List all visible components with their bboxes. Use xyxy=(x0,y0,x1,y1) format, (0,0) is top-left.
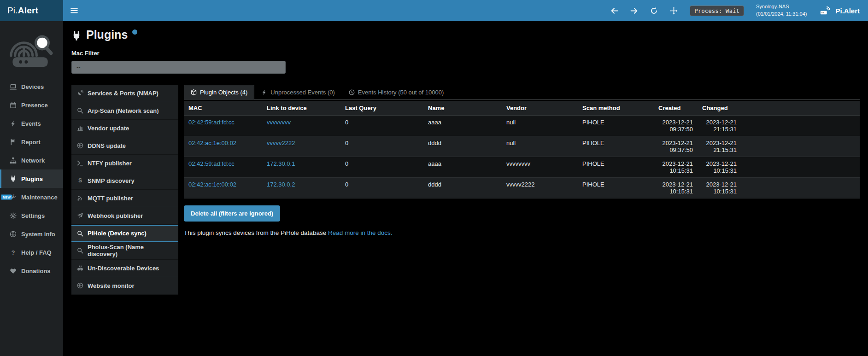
plugin-item-label: MQTT publisher xyxy=(88,195,133,202)
plugin-item-ntfy[interactable]: NTFY publisher xyxy=(71,155,178,172)
tab-events-history[interactable]: Events History (50 out of 10000) xyxy=(342,85,451,100)
sidebar-item-system-info[interactable]: System info xyxy=(0,225,63,243)
scan-method-cell: PIHOLE xyxy=(578,157,654,177)
fullscreen-button[interactable] xyxy=(670,7,678,15)
col-header-name[interactable]: Name xyxy=(423,101,502,116)
device-link[interactable]: vvvvv2222 xyxy=(267,140,295,146)
plugin-item-webhook[interactable]: Webhook publisher xyxy=(71,207,178,225)
mac-filter-label: Mac Filter xyxy=(71,50,860,57)
sidebar-toggle-button[interactable] xyxy=(63,0,85,21)
col-header-created[interactable]: Created xyxy=(654,101,698,116)
plugin-item-arp-scan[interactable]: Arp-Scan (Network scan) xyxy=(71,102,178,120)
sidebar-item-network[interactable]: Network xyxy=(0,151,63,169)
created-cell: 2023-12-21 09:37:50 xyxy=(654,136,698,157)
plugin-panel: Plugin Objects (4) Unprocessed Events (0… xyxy=(184,85,860,236)
mac-filter-input[interactable] xyxy=(71,61,286,74)
plugin-item-snmp[interactable]: SNMP discovery xyxy=(71,172,178,190)
tab-unprocessed-events[interactable]: Unprocessed Events (0) xyxy=(254,85,341,100)
plugin-item-undiscoverable[interactable]: Un-Discoverable Devices xyxy=(71,260,178,277)
plugin-item-ddns-update[interactable]: DDNS update xyxy=(71,137,178,155)
mac-link[interactable]: 02:42:ac:1e:00:02 xyxy=(188,181,236,188)
gear-icon xyxy=(10,212,17,219)
device-link[interactable]: 172.30.0.2 xyxy=(267,181,295,188)
plugin-item-label: NTFY publisher xyxy=(88,160,132,167)
satellite-icon xyxy=(77,90,83,96)
table-row: 02:42:59:ad:fd:cc 172.30.0.1 0 aaaa vvvv… xyxy=(184,157,860,177)
delete-all-button[interactable]: Delete all (filters are ignored) xyxy=(184,205,280,222)
plugin-item-pihole[interactable]: PiHole (Device sync) xyxy=(71,225,178,242)
back-button[interactable] xyxy=(610,7,618,15)
sidebar-item-report[interactable]: Report xyxy=(0,133,63,151)
scan-method-cell: PIHOLE xyxy=(578,177,654,198)
sidebar-item-events[interactable]: Events xyxy=(0,114,63,133)
last-query-cell: 0 xyxy=(340,177,423,198)
sidebar-item-label: Events xyxy=(21,120,41,127)
tab-label: Unprocessed Events (0) xyxy=(270,89,334,96)
name-cell: dddd xyxy=(423,136,502,157)
sidebar-item-label: Report xyxy=(21,139,41,146)
mac-link[interactable]: 02:42:59:ad:fd:cc xyxy=(188,160,235,167)
last-query-cell: 0 xyxy=(340,136,423,157)
question-icon xyxy=(10,249,17,256)
bolt-icon xyxy=(261,89,267,95)
sidebar-item-help-faq[interactable]: Help / FAQ xyxy=(0,243,63,262)
filler-cell xyxy=(741,177,860,198)
scan-method-cell: PIHOLE xyxy=(578,136,654,157)
plugin-item-mqtt[interactable]: MQTT publisher xyxy=(71,190,178,207)
plugin-item-nmap[interactable]: Services & Ports (NMAP) xyxy=(71,85,178,102)
plugin-description-text: This plugin syncs devices from the PiHol… xyxy=(184,229,326,236)
mac-link[interactable]: 02:42:59:ad:fd:cc xyxy=(188,119,235,126)
terminal-icon xyxy=(77,160,83,166)
changed-cell: 2023-12-21 10:15:31 xyxy=(698,177,741,198)
device-link[interactable]: vvvvvvvv xyxy=(267,119,291,126)
tab-plugin-objects[interactable]: Plugin Objects (4) xyxy=(184,85,254,100)
sitemap-icon xyxy=(10,157,17,164)
sidebar-item-donations[interactable]: Donations xyxy=(0,262,63,280)
plugin-item-website-monitor[interactable]: Website monitor xyxy=(71,277,178,295)
sidebar-item-settings[interactable]: Settings xyxy=(0,206,63,225)
mac-filter-block: Mac Filter xyxy=(71,50,860,74)
tab-label: Events History (50 out of 10000) xyxy=(358,89,444,96)
sidebar-item-plugins[interactable]: Plugins xyxy=(0,169,63,188)
search-icon xyxy=(77,230,83,237)
sidebar-item-label: Presence xyxy=(21,102,48,109)
cube-icon xyxy=(191,89,197,95)
table-header-row: MAC Link to device Last Query Name Vendo… xyxy=(184,101,860,116)
plugins-help-badge[interactable] xyxy=(132,29,137,35)
sidebar-item-devices[interactable]: Devices xyxy=(0,77,63,96)
host-timestamp: (01/01/2024, 11:31:04) xyxy=(756,11,807,18)
col-header-filler xyxy=(741,101,860,116)
docs-link[interactable]: Read more in the docs. xyxy=(328,229,393,236)
brand-logo[interactable]: Pi.Alert xyxy=(0,0,63,21)
globe-icon xyxy=(10,231,17,238)
col-header-link[interactable]: Link to device xyxy=(262,101,340,116)
paper-plane-icon xyxy=(77,212,83,219)
mac-link[interactable]: 02:42:ac:1e:00:02 xyxy=(188,140,236,146)
changed-cell: 2023-12-21 21:15:31 xyxy=(698,136,741,157)
col-header-last-query[interactable]: Last Query xyxy=(340,101,423,116)
plugin-item-vendor-update[interactable]: Vendor update xyxy=(71,120,178,137)
device-link[interactable]: 172.30.0.1 xyxy=(267,160,295,167)
sidebar-item-presence[interactable]: Presence xyxy=(0,96,63,114)
plugin-item-label: DDNS update xyxy=(88,142,126,149)
top-header: Pi.Alert Process: Wait Synology-NAS (01/… xyxy=(0,0,868,21)
sidebar-item-maintenance[interactable]: NEW Maintenance xyxy=(0,188,63,206)
vendor-cell: null xyxy=(502,136,578,157)
created-cell: 2023-12-21 10:15:31 xyxy=(654,177,698,198)
col-header-vendor[interactable]: Vendor xyxy=(502,101,578,116)
sidebar-item-label: Maintenance xyxy=(21,194,58,201)
sidebar-item-label: Donations xyxy=(21,268,51,274)
plugin-item-pholus[interactable]: Pholus-Scan (Name discovery) xyxy=(71,242,178,260)
plugin-item-label: PiHole (Device sync) xyxy=(88,230,147,237)
created-cell: 2023-12-21 09:37:50 xyxy=(654,115,698,136)
col-header-mac[interactable]: MAC xyxy=(184,101,262,116)
col-header-changed[interactable]: Changed xyxy=(698,101,741,116)
col-header-scan-method[interactable]: Scan method xyxy=(578,101,654,116)
pialert-logo xyxy=(0,21,63,77)
plugin-item-label: Vendor update xyxy=(88,125,129,132)
forward-button[interactable] xyxy=(630,7,638,15)
refresh-button[interactable] xyxy=(650,7,658,15)
table-row: 02:42:ac:1e:00:02 vvvvv2222 0 dddd null … xyxy=(184,136,860,157)
plugin-item-label: Website monitor xyxy=(88,282,135,289)
globe-icon xyxy=(77,142,83,149)
